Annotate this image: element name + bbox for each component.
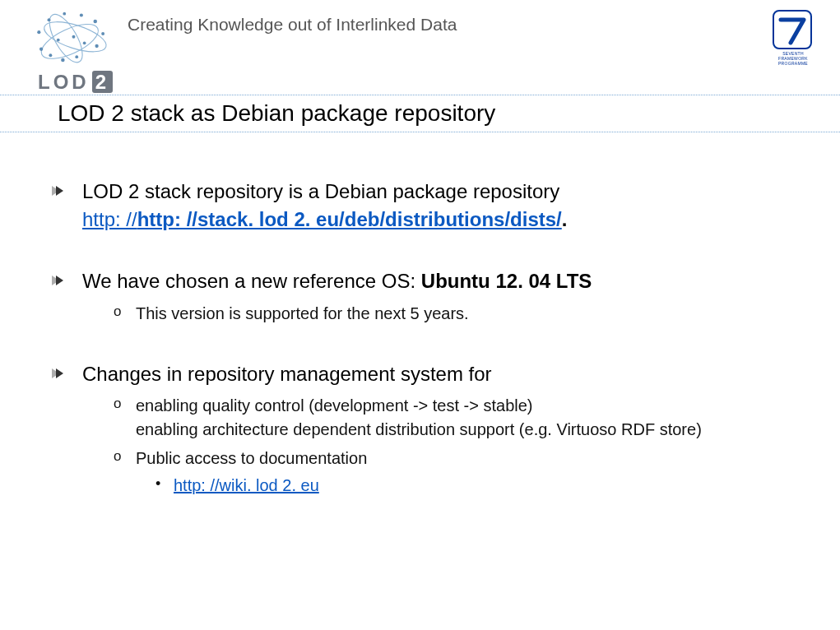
lod2-text-part-b: 2 [92,71,113,93]
svg-point-14 [57,39,60,42]
slide-title-bar: LOD 2 stack as Debian package repository [0,95,840,132]
svg-point-3 [39,48,43,51]
bullet-3-sub-2-text: Public access to documentation [136,449,367,467]
bullet-3-sub-1-line2: enabling architecture dependent distribu… [136,420,702,438]
repo-link-rest: http: //stack. lod 2. eu/deb/distributio… [137,208,562,230]
repo-link-prefix: http: // [82,208,137,230]
bullet-1-text: LOD 2 stack repository is a Debian packa… [82,180,559,202]
slide-header: Creating Knowledge out of Interlinked Da… [0,0,840,95]
fp7-seven-icon [773,10,812,49]
svg-point-11 [63,12,66,16]
knot-graphic [26,9,121,71]
lod2-logo: LOD2 [10,5,158,91]
slide-content: LOD 2 stack repository is a Debian packa… [0,132,840,497]
bullet-3-sub2-item: http: //wiki. lod 2. eu [136,474,807,497]
bullet-3-sub-1-line1: enabling quality control (development ->… [136,396,533,415]
bullet-2-sub-1: This version is supported for the next 5… [82,302,807,326]
bullet-2-bold: Ubuntu 12. 04 LTS [421,270,592,292]
bullet-3-sub-2: Public access to documentation http: //w… [82,447,807,497]
svg-point-8 [101,32,104,35]
bullet-3: Changes in repository management system … [41,360,807,498]
lod2-text-logo: LOD2 [38,71,113,94]
header-tagline: Creating Knowledge out of Interlinked Da… [128,15,457,35]
bullet-2: We have chosen a new reference OS: Ubunt… [41,267,807,326]
bullet-1-period: . [562,208,568,230]
bullet-3-sub-1: enabling quality control (development ->… [82,394,807,442]
bullet-3-sub2-list: http: //wiki. lod 2. eu [136,474,807,497]
bullet-3-text: Changes in repository management system … [82,363,492,385]
bullet-2-text: We have chosen a new reference OS: [82,270,421,292]
svg-point-5 [61,58,65,63]
svg-point-7 [95,44,98,48]
main-bullet-list: LOD 2 stack repository is a Debian packa… [41,178,807,497]
svg-point-6 [75,55,78,58]
wiki-link[interactable]: http: //wiki. lod 2. eu [174,476,319,494]
fp7-sub-label: SEVENTH FRAMEWORK PROGRAMME [773,51,814,66]
svg-point-13 [37,30,40,34]
svg-point-15 [72,35,76,39]
svg-point-12 [48,18,51,21]
svg-point-9 [94,20,98,24]
svg-point-10 [80,13,83,16]
slide-title: LOD 2 stack as Debian package repository [58,100,840,127]
bullet-1: LOD 2 stack repository is a Debian packa… [41,178,807,233]
svg-point-4 [49,53,52,57]
repo-link[interactable]: http: //http: //stack. lod 2. eu/deb/dis… [82,208,562,230]
svg-point-16 [83,41,86,44]
bullet-3-sublist: enabling quality control (development ->… [82,394,807,497]
lod2-text-part-a: LOD [38,71,90,93]
fp7-logo: SEVENTH FRAMEWORK PROGRAMME [773,10,814,51]
bullet-2-sublist: This version is supported for the next 5… [82,302,807,326]
